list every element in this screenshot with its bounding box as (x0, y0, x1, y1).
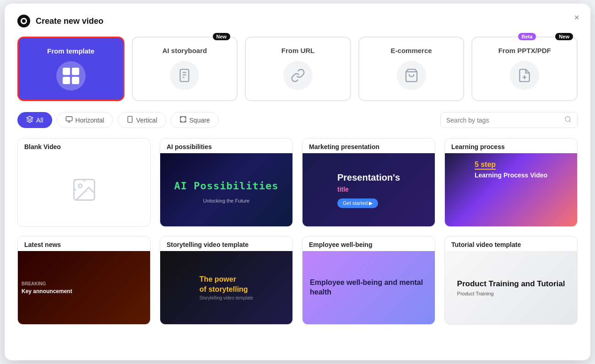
grid-icon (63, 68, 79, 84)
template-card-ai-possibilities[interactable]: AI possibilities AI Possibilities Unlock… (160, 138, 293, 227)
wellbeing-thumbnail: Employee well-being and mental health (303, 251, 435, 324)
filter-vertical[interactable]: Vertical (118, 112, 166, 128)
pres-sub-text: title (337, 186, 349, 193)
search-icon (564, 116, 572, 124)
pptx-new-badge: New (555, 33, 573, 40)
template-card-marketing[interactable]: Marketing presentation Presentation's ti… (302, 138, 435, 227)
svg-rect-11 (128, 116, 132, 122)
creation-card-from-template[interactable]: From template (17, 37, 124, 101)
pres-cta-btn[interactable]: Get started ▶ (337, 198, 378, 208)
news-thumbnail: BREAKING Key announcement (18, 251, 150, 324)
filter-square-label: Square (189, 117, 210, 124)
ai-storyboard-badge: New (213, 33, 231, 40)
modal-header: Create new video (17, 15, 578, 27)
learning-thumbnail: 5 step Learning Process Video (445, 153, 577, 226)
modal-title: Create new video (36, 16, 103, 26)
app-logo (17, 15, 30, 27)
pptx-badges: Beta New (518, 33, 573, 40)
filter-all-label: All (36, 117, 43, 124)
svg-rect-8 (66, 117, 72, 121)
tutorial-thumb-sub: Product Training (457, 291, 565, 296)
create-video-modal: Create new video × From template New AI … (5, 4, 590, 360)
svg-rect-0 (180, 70, 189, 82)
monitor-icon (65, 116, 73, 124)
marketing-title: Marketing presentation (303, 139, 435, 153)
template-card-learning[interactable]: Learning process 5 step Learning Process… (444, 138, 578, 227)
from-pptx-label: From PPTX/PDF (498, 47, 551, 54)
template-grid: Blank Video AI possibilities AI Poss (17, 138, 578, 325)
storytelling-subtitle: Storytelling video template (200, 295, 253, 300)
creation-card-from-pptx[interactable]: Beta New From PPTX/PDF (471, 37, 578, 101)
from-url-label: From URL (281, 47, 315, 54)
svg-point-17 (565, 117, 570, 122)
creation-card-ai-storyboard[interactable]: New AI storyboard (132, 37, 238, 101)
creation-card-from-url[interactable]: From URL (245, 37, 351, 101)
phone-icon (126, 116, 134, 124)
news-thumb-text: BREAKING Key announcement (18, 278, 150, 298)
ai-storyboard-label: AI storyboard (162, 47, 207, 54)
ai-thumb-text: AI Possibilities (171, 176, 282, 197)
pres-main-text: Presentation's (337, 172, 400, 183)
from-url-icon (283, 61, 313, 90)
template-card-news[interactable]: Latest news BREAKING Key announcement (17, 236, 151, 325)
ai-thumb-subtitle: Unlocking the Future (203, 198, 250, 203)
tutorial-thumbnail: Product Training and Tutorial Product Tr… (445, 251, 577, 324)
filter-vertical-label: Vertical (136, 117, 157, 124)
ecommerce-icon (397, 61, 426, 90)
learn-step-badge: 5 step (475, 161, 496, 170)
ecommerce-label: E-commerce (391, 47, 432, 54)
from-template-icon (56, 61, 86, 91)
learn-text: Learning Process Video (475, 171, 547, 179)
template-card-wellbeing[interactable]: Employee well-being Employee well-being … (302, 236, 435, 325)
search-box[interactable] (440, 112, 578, 128)
square-icon (179, 116, 187, 124)
logo-circle (21, 18, 27, 24)
blank-video-title: Blank Video (18, 139, 150, 153)
news-title: Latest news (18, 236, 150, 251)
filter-horizontal[interactable]: Horizontal (57, 112, 113, 128)
storytelling-thumbnail: The power of storytelling Storytelling v… (160, 251, 292, 324)
wellbeing-thumb-text: Employee well-being and mental health (310, 278, 427, 297)
template-card-blank[interactable]: Blank Video (17, 138, 151, 227)
tutorial-title: Tutorial video template (445, 236, 577, 251)
template-card-storytelling[interactable]: Storytelling video template The power of… (160, 236, 293, 325)
beta-badge: Beta (518, 33, 536, 40)
wellbeing-title: Employee well-being (303, 236, 435, 251)
filter-horizontal-label: Horizontal (76, 117, 104, 124)
ai-storyboard-icon (170, 61, 199, 90)
template-card-tutorial[interactable]: Tutorial video template Product Training… (444, 236, 578, 325)
filter-row: All Horizontal Vertical (17, 112, 578, 128)
from-template-label: From template (47, 47, 94, 55)
svg-line-18 (569, 121, 571, 122)
creation-types-row: From template New AI storyboard (17, 37, 578, 101)
from-pptx-icon (510, 61, 539, 90)
marketing-thumbnail: Presentation's title Get started ▶ (303, 153, 435, 226)
filter-all[interactable]: All (17, 112, 52, 128)
ai-possibilities-thumbnail: AI Possibilities Unlocking the Future (160, 153, 292, 226)
layers-icon (26, 116, 33, 124)
storytelling-title: Storytelling video template (160, 236, 292, 251)
tutorial-thumb-text: Product Training and Tutorial (457, 279, 565, 289)
creation-card-ecommerce[interactable]: E-commerce (358, 37, 465, 101)
svg-marker-7 (27, 116, 32, 119)
filter-square[interactable]: Square (171, 112, 219, 128)
learning-title: Learning process (445, 139, 577, 153)
search-input[interactable] (446, 117, 561, 124)
close-button[interactable]: × (574, 13, 579, 22)
ai-possibilities-title: AI possibilities (160, 139, 292, 153)
blank-video-icon (18, 153, 150, 226)
